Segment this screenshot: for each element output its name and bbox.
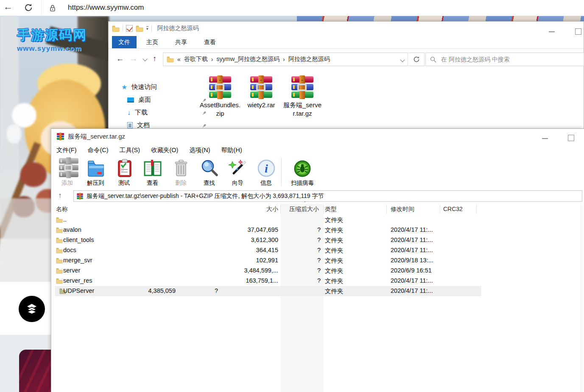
file-label: 服务端_server.tar.gz (282, 101, 323, 118)
folder-icon (56, 258, 63, 265)
column-header-type[interactable]: 类型 (325, 206, 337, 213)
tab-home[interactable]: 主页 (139, 36, 165, 48)
address-dropdown-chevron-icon[interactable] (400, 57, 405, 62)
scan-virus-icon (292, 158, 313, 178)
wizard-icon (228, 158, 248, 178)
menu-file[interactable]: 文件(F) (56, 146, 77, 154)
find-button[interactable]: 查找 (195, 156, 224, 187)
menu-commands[interactable]: 命令(C) (88, 146, 109, 154)
folder-icon (56, 227, 63, 234)
column-header-modified[interactable]: 修改时间 (391, 206, 414, 213)
nav-up-icon[interactable]: ↑ (153, 54, 156, 63)
browser-address-bar[interactable]: https://www.syymw.com (41, 0, 584, 16)
menu-favorites[interactable]: 收藏夹(O) (151, 146, 178, 154)
browser-back-icon[interactable]: ← (3, 1, 13, 12)
desktop-icon (127, 97, 134, 103)
sidebar-item-quick-access[interactable]: ★ 快速访问 (121, 83, 157, 91)
explorer-titlebar[interactable]: ▾ 阿拉德之怒源码 (109, 22, 584, 36)
winrar-up-icon[interactable]: ↑ (58, 191, 62, 200)
winrar-address-field[interactable]: 服务端_server.tar.gz\server-publish - TAR+G… (73, 190, 582, 202)
layers-fab-button[interactable] (19, 296, 45, 322)
cell-packed: ? (317, 226, 321, 233)
watermark-url: www.syymw.com (17, 44, 87, 53)
wizard-button[interactable]: 向导 (224, 156, 252, 187)
ribbon-tabs: 文件 主页 共享 查看 (109, 36, 584, 49)
test-icon (114, 158, 134, 178)
sidebar-item-desktop[interactable]: 桌面 (127, 96, 204, 104)
breadcrumb-item[interactable]: syymw_阿拉德之怒源码 (216, 56, 279, 63)
explorer-body: ★ 快速访问 桌面 ↓ 下载 文档 (109, 68, 584, 129)
cell-modified: 2020/6/9 16:51 (391, 267, 432, 274)
new-folder-icon[interactable] (136, 25, 143, 32)
file-server-targz[interactable]: 服务端_server.tar.gz (282, 76, 323, 118)
breadcrumb-item[interactable]: 谷歌下载 (184, 56, 208, 63)
explorer-maximize-button[interactable] (575, 28, 581, 35)
rar-archive-icon (291, 76, 314, 98)
search-icon (430, 56, 436, 63)
search-input[interactable] (440, 56, 567, 63)
properties-check-icon[interactable] (126, 25, 133, 32)
nav-history-chevron-icon[interactable] (143, 56, 147, 61)
menu-tools[interactable]: 工具(S) (120, 146, 140, 154)
table-row[interactable]: server_res 163,759,1... ? 文件夹 2020/4/17 … (51, 276, 584, 286)
cell-name: avalon (63, 226, 81, 233)
cell-type: 文件夹 (325, 216, 344, 224)
cell-name: server_res (63, 277, 92, 284)
breadcrumb-home-glyph[interactable]: « (177, 56, 181, 63)
explorer-minimize-button[interactable] (549, 31, 555, 32)
tab-share[interactable]: 共享 (168, 36, 194, 48)
url-text[interactable]: https://www.syymw.com (68, 3, 144, 12)
toolbar-dropdown-icon[interactable]: ▾ (146, 26, 148, 31)
table-row-selected[interactable]: UDPServer 4,385,059 ? 文件夹 2020/4/17 11:.… (55, 286, 481, 296)
table-row[interactable]: client_tools 3,612,300 ? 文件夹 2020/4/17 1… (51, 235, 584, 245)
file-wiety2-rar[interactable]: wiety2.rar (241, 76, 282, 109)
cell-modified: 2020/4/17 11:... (391, 277, 433, 284)
explorer-search-box[interactable] (425, 53, 584, 66)
winrar-maximize-button[interactable] (568, 135, 574, 141)
sidebar-item-label: 下载 (135, 108, 148, 117)
menu-help[interactable]: 帮助(H) (221, 146, 242, 154)
winrar-minimize-button[interactable] (542, 138, 548, 139)
table-row[interactable]: avalon 37,047,695 ? 文件夹 2020/4/17 11:... (51, 225, 584, 235)
breadcrumb-item-current[interactable]: 阿拉德之怒源码 (288, 56, 330, 63)
column-header-name[interactable]: 名称 (56, 206, 68, 213)
winrar-menubar: 文件(F) 命令(C) 工具(S) 收藏夹(O) 选项(N) 帮助(H) (51, 144, 584, 156)
table-row[interactable]: .. 文件夹 (51, 215, 584, 225)
extract-to-button[interactable]: 解压到 (81, 156, 110, 187)
file-label: AssetBundles.zip (200, 101, 240, 118)
test-button[interactable]: 测试 (110, 156, 138, 187)
tab-view[interactable]: 查看 (197, 36, 223, 48)
nav-forward-icon[interactable]: → (130, 54, 137, 63)
cell-type: 文件夹 (325, 257, 344, 265)
info-button[interactable]: i 信息 (252, 156, 280, 187)
explorer-address-bar[interactable]: « 谷歌下载 › syymw_阿拉德之怒源码 › 阿拉德之怒源码 (163, 53, 408, 66)
nav-back-icon[interactable]: ← (116, 54, 124, 63)
table-row[interactable]: server 3,484,599,... ? 文件夹 2020/6/9 16:5… (51, 266, 584, 276)
browser-refresh-icon[interactable] (24, 3, 33, 14)
svg-text:i: i (265, 162, 268, 175)
menu-options[interactable]: 选项(N) (189, 146, 210, 154)
scrollbar-track[interactable] (581, 204, 584, 392)
file-assetbundles-zip[interactable]: AssetBundles.zip (200, 76, 240, 118)
add-button[interactable]: 添加 (53, 156, 81, 187)
folder-icon[interactable] (112, 25, 120, 32)
cell-packed: ? (317, 247, 321, 253)
table-row[interactable]: docs 364,415 ? 文件夹 2020/4/17 11:... (51, 245, 584, 256)
tab-file[interactable]: 文件 (112, 36, 137, 48)
column-header-packed[interactable]: 压缩后大小 (289, 206, 319, 213)
column-header-size[interactable]: 大小 (266, 206, 278, 213)
scan-virus-button[interactable]: 扫描病毒 (284, 156, 321, 187)
delete-button[interactable]: 删除 (167, 156, 195, 187)
column-header-crc32[interactable]: CRC32 (443, 206, 463, 212)
view-button[interactable]: 查看 (138, 156, 167, 187)
winrar-titlebar[interactable]: 服务端_server.tar.gz (51, 129, 584, 144)
folder-icon (56, 217, 63, 224)
winrar-app-icon (57, 133, 64, 140)
refresh-button[interactable] (408, 53, 425, 66)
table-row[interactable]: merge_svr 102,991 ? 文件夹 2020/9/18 13:... (51, 256, 584, 266)
quick-access-toolbar: ▾ 阿拉德之怒源码 (112, 25, 199, 32)
sidebar-item-label: 快速访问 (131, 83, 157, 91)
explorer-window: ▾ 阿拉德之怒源码 文件 主页 共享 查看 ← → ↑ « 谷歌下载 › syy… (108, 21, 584, 128)
sidebar-item-downloads[interactable]: ↓ 下载 (127, 108, 204, 117)
cell-name: server (63, 267, 80, 274)
